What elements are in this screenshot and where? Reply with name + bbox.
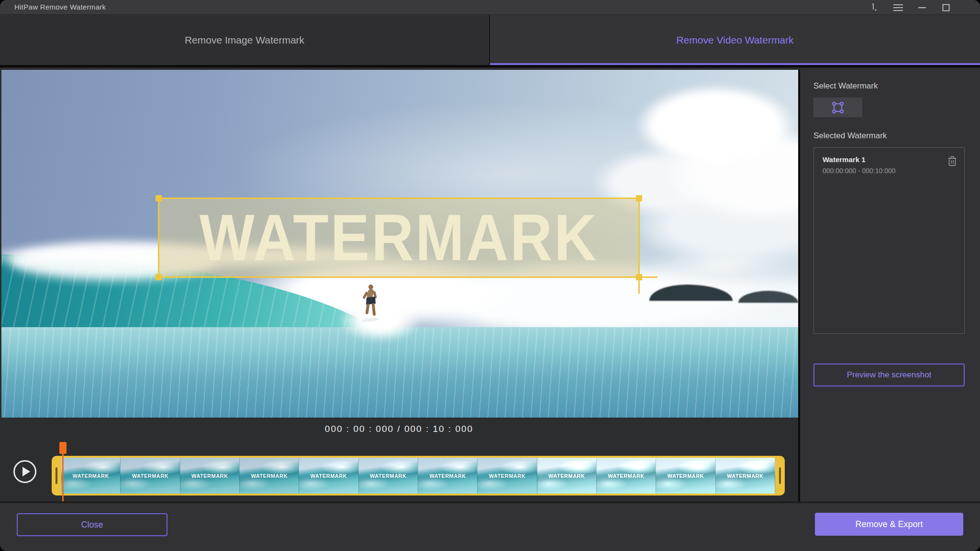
selection-handle-bottom-left[interactable]	[156, 274, 162, 280]
preview-screenshot-button[interactable]: Preview the screenshot	[813, 364, 965, 386]
close-button[interactable]: Close	[17, 513, 167, 536]
footer-bar: Close Remove & Export	[0, 501, 980, 551]
tab-remove-video-watermark[interactable]: Remove Video Watermark	[490, 15, 980, 65]
video-preview[interactable]: WATERMARK	[1, 70, 798, 418]
watermark-time-range: 000:00:000 - 000:10:000	[823, 167, 957, 175]
app-window: HitPaw Remove Watermark Remove Image Wat…	[0, 0, 980, 551]
selected-watermark-title: Selected Watermark	[813, 131, 887, 141]
playhead-flag[interactable]	[59, 442, 67, 454]
play-icon	[22, 467, 30, 476]
time-display: 000 : 00 : 000 / 000 : 10 : 000	[0, 418, 798, 440]
filmstrip-thumbnail[interactable]: WATERMARK	[537, 458, 597, 494]
window-controls	[869, 0, 951, 15]
thumbnail-watermark-label: WATERMARK	[608, 473, 644, 479]
trim-handle-right[interactable]	[775, 456, 785, 496]
filmstrip-thumbnail[interactable]: WATERMARK	[716, 458, 775, 494]
watermark-name: Watermark 1	[823, 155, 957, 164]
filmstrip-thumbnail[interactable]: WATERMARK	[597, 458, 656, 494]
remove-export-button[interactable]: Remove & Export	[815, 513, 963, 536]
thumbnail-watermark-label: WATERMARK	[251, 473, 287, 479]
selection-handle-top-left[interactable]	[156, 195, 162, 201]
menu-icon[interactable]	[893, 2, 903, 13]
maximize-icon[interactable]	[941, 2, 951, 13]
selection-handle-crosshair	[636, 276, 657, 278]
thumbnail-watermark-label: WATERMARK	[132, 473, 168, 479]
thumbnail-watermark-label: WATERMARK	[548, 473, 585, 479]
filmstrip-thumbnail[interactable]: WATERMARK	[61, 458, 121, 494]
thumbnail-watermark-label: WATERMARK	[489, 473, 525, 479]
marquee-select-tool-button[interactable]	[813, 98, 862, 117]
marquee-select-icon	[831, 101, 845, 114]
filmstrip-thumbnail[interactable]: WATERMARK	[478, 458, 537, 494]
filmstrip-thumbnails: WATERMARKWATERMARKWATERMARKWATERMARKWATE…	[61, 458, 775, 494]
minimize-icon[interactable]	[917, 2, 927, 13]
thumbnail-watermark-label: WATERMARK	[370, 473, 406, 479]
selection-handle-top-right[interactable]	[636, 195, 642, 201]
sidebar: Select Watermark Selected Watermark Wate…	[800, 70, 980, 501]
pen-icon[interactable]	[869, 2, 880, 13]
app-title: HitPaw Remove Watermark	[14, 3, 106, 11]
watermark-text: WATERMARK	[159, 194, 638, 281]
thumbnail-watermark-label: WATERMARK	[191, 473, 228, 479]
filmstrip-thumbnail[interactable]: WATERMARK	[359, 458, 418, 494]
tab-bar: Remove Image Watermark Remove Video Wate…	[0, 15, 980, 67]
playhead[interactable]	[59, 442, 67, 501]
thumbnail-watermark-label: WATERMARK	[311, 473, 347, 479]
filmstrip-thumbnail[interactable]: WATERMARK	[299, 458, 358, 494]
filmstrip-thumbnail[interactable]: WATERMARK	[180, 458, 240, 494]
thumbnail-watermark-label: WATERMARK	[727, 473, 763, 479]
timeline: WATERMARKWATERMARKWATERMARKWATERMARKWATE…	[0, 440, 798, 501]
thumbnail-watermark-label: WATERMARK	[429, 473, 466, 479]
thumbnail-watermark-label: WATERMARK	[668, 473, 704, 479]
tab-remove-image-watermark[interactable]: Remove Image Watermark	[0, 15, 490, 65]
filmstrip-thumbnail[interactable]: WATERMARK	[240, 458, 299, 494]
trash-icon[interactable]	[947, 155, 958, 167]
surfer	[359, 284, 381, 326]
play-button[interactable]	[13, 460, 36, 483]
filmstrip-thumbnail[interactable]: WATERMARK	[418, 458, 478, 494]
filmstrip-thumbnail[interactable]: WATERMARK	[656, 458, 715, 494]
watermark-list-item[interactable]: Watermark 1 000:00:000 - 000:10:000	[814, 148, 964, 175]
thumbnail-watermark-label: WATERMARK	[72, 473, 109, 479]
select-watermark-title: Select Watermark	[813, 81, 878, 91]
filmstrip-thumbnail[interactable]: WATERMARK	[121, 458, 180, 494]
timeline-filmstrip[interactable]: WATERMARKWATERMARKWATERMARKWATERMARKWATE…	[52, 456, 785, 496]
watermark-selection-box[interactable]: WATERMARK	[158, 198, 640, 278]
watermark-list-panel: Watermark 1 000:00:000 - 000:10:000	[813, 147, 965, 334]
titlebar: HitPaw Remove Watermark	[0, 0, 980, 15]
